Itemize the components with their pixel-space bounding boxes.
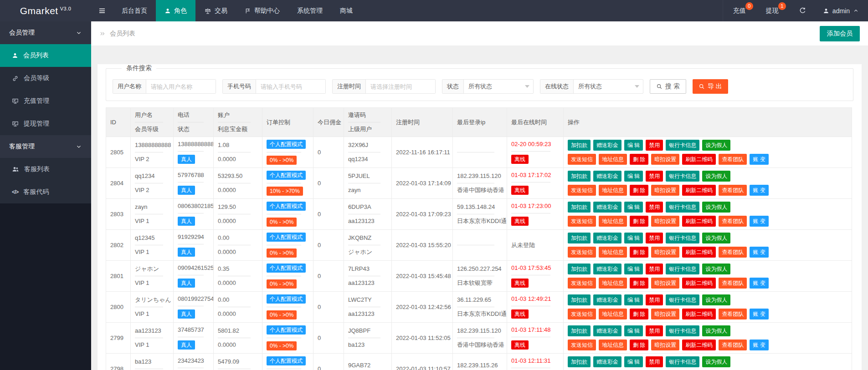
op-button-账变[interactable]: 账 变 [750,278,768,289]
op-button-暗扣设置[interactable]: 暗扣设置 [651,340,679,350]
op-button-禁用[interactable]: 禁用 [646,356,663,367]
op-button-禁用[interactable]: 禁用 [646,140,663,151]
op-button-刷新二维码[interactable]: 刷新二维码 [682,247,716,258]
op-button-账变[interactable]: 账 变 [750,216,768,227]
op-button-刷新二维码[interactable]: 刷新二维码 [682,154,716,165]
nav-item-2[interactable]: 角色 [156,0,195,21]
op-button-编辑[interactable]: 编 辑 [624,140,643,151]
op-button-地址信息[interactable]: 地址信息 [599,278,627,289]
op-button-发送短信[interactable]: 发送短信 [568,247,596,258]
nav-item-1[interactable]: 后台首页 [113,0,156,21]
filter-select-5[interactable]: 所有状态 [574,80,643,93]
op-button-发送短信[interactable]: 发送短信 [568,309,596,319]
op-button-禁用[interactable]: 禁用 [646,325,663,336]
op-button-地址信息[interactable]: 地址信息 [599,340,627,350]
op-button-刷新二维码[interactable]: 刷新二维码 [682,309,716,319]
op-button-设为假人[interactable]: 设为假人 [702,264,730,274]
op-button-加扣款[interactable]: 加扣款 [568,264,591,274]
op-button-删除[interactable]: 删 除 [630,216,648,227]
export-button[interactable]: 导 出 [693,79,728,94]
op-button-删除[interactable]: 删 除 [630,247,648,258]
sidebar-item-1-1[interactable]: 会员列表 [0,44,91,67]
op-button-暗扣设置[interactable]: 暗扣设置 [651,185,679,196]
op-button-地址信息[interactable]: 地址信息 [599,216,627,227]
sidebar-item-1-4[interactable]: 提现管理 [0,112,91,135]
op-button-账变[interactable]: 账 变 [750,185,768,196]
op-button-编辑[interactable]: 编 辑 [624,356,643,367]
op-button-加扣款[interactable]: 加扣款 [568,233,591,243]
op-button-账变[interactable]: 账 变 [750,247,768,258]
op-button-加扣款[interactable]: 加扣款 [568,325,591,336]
user-menu[interactable]: admin [817,0,868,21]
op-button-禁用[interactable]: 禁用 [646,294,663,305]
nav-item-3[interactable]: 交易 [195,0,236,21]
filter-input-2[interactable] [256,80,325,93]
sidebar-item-2-2[interactable]: </>客服代码 [0,181,91,203]
sidebar-item-1-2[interactable]: 会员等级 [0,67,91,90]
search-button[interactable]: 搜 索 [650,79,686,94]
op-button-查看团队[interactable]: 查看团队 [719,154,747,165]
op-button-银行卡信息[interactable]: 银行卡信息 [666,171,699,182]
recharge-nav-item[interactable]: 充值 0 [723,0,756,21]
op-button-暗扣设置[interactable]: 暗扣设置 [651,309,679,319]
op-button-发送短信[interactable]: 发送短信 [568,185,596,196]
op-button-加扣款[interactable]: 加扣款 [568,171,591,182]
refresh-button[interactable] [789,0,817,21]
op-button-发送短信[interactable]: 发送短信 [568,154,596,165]
op-button-赠送彩金[interactable]: 赠送彩金 [593,202,621,213]
op-button-暗扣设置[interactable]: 暗扣设置 [651,154,679,165]
op-button-查看团队[interactable]: 查看团队 [719,278,747,289]
op-button-发送短信[interactable]: 发送短信 [568,340,596,350]
op-button-刷新二维码[interactable]: 刷新二维码 [682,216,716,227]
op-button-编辑[interactable]: 编 辑 [624,171,643,182]
op-button-编辑[interactable]: 编 辑 [624,294,643,305]
op-button-禁用[interactable]: 禁用 [646,171,663,182]
op-button-设为假人[interactable]: 设为假人 [702,171,730,182]
op-button-地址信息[interactable]: 地址信息 [599,247,627,258]
op-button-编辑[interactable]: 编 辑 [624,233,643,243]
op-button-删除[interactable]: 删 除 [630,154,648,165]
op-button-编辑[interactable]: 编 辑 [624,202,643,213]
filter-input-1[interactable] [146,80,216,93]
op-button-账变[interactable]: 账 变 [750,154,768,165]
op-button-赠送彩金[interactable]: 赠送彩金 [593,325,621,336]
op-button-账变[interactable]: 账 变 [750,309,768,319]
op-button-删除[interactable]: 删 除 [630,185,648,196]
op-button-禁用[interactable]: 禁用 [646,264,663,274]
op-button-刷新二维码[interactable]: 刷新二维码 [682,278,716,289]
op-button-刷新二维码[interactable]: 刷新二维码 [682,185,716,196]
op-button-设为假人[interactable]: 设为假人 [702,294,730,305]
op-button-银行卡信息[interactable]: 银行卡信息 [666,233,699,243]
op-button-银行卡信息[interactable]: 银行卡信息 [666,325,699,336]
op-button-查看团队[interactable]: 查看团队 [719,309,747,319]
nav-item-5[interactable]: 系统管理 [288,0,331,21]
withdraw-nav-item[interactable]: 提现 1 [756,0,789,21]
op-button-赠送彩金[interactable]: 赠送彩金 [593,356,621,367]
op-button-银行卡信息[interactable]: 银行卡信息 [666,264,699,274]
op-button-刷新二维码[interactable]: 刷新二维码 [682,340,716,350]
op-button-设为假人[interactable]: 设为假人 [702,233,730,243]
op-button-赠送彩金[interactable]: 赠送彩金 [593,171,621,182]
filter-input-3[interactable] [366,80,435,93]
op-button-银行卡信息[interactable]: 银行卡信息 [666,140,699,151]
op-button-编辑[interactable]: 编 辑 [624,325,643,336]
op-button-禁用[interactable]: 禁用 [646,233,663,243]
op-button-设为假人[interactable]: 设为假人 [702,140,730,151]
op-button-删除[interactable]: 删 除 [630,278,648,289]
op-button-银行卡信息[interactable]: 银行卡信息 [666,356,699,367]
op-button-账变[interactable]: 账 变 [750,340,768,350]
op-button-暗扣设置[interactable]: 暗扣设置 [651,247,679,258]
op-button-地址信息[interactable]: 地址信息 [599,154,627,165]
op-button-查看团队[interactable]: 查看团队 [719,247,747,258]
op-button-地址信息[interactable]: 地址信息 [599,309,627,319]
op-button-设为假人[interactable]: 设为假人 [702,202,730,213]
op-button-赠送彩金[interactable]: 赠送彩金 [593,233,621,243]
op-button-加扣款[interactable]: 加扣款 [568,202,591,213]
op-button-查看团队[interactable]: 查看团队 [719,216,747,227]
nav-item-4[interactable]: 帮助中心 [236,0,288,21]
op-button-设为假人[interactable]: 设为假人 [702,325,730,336]
op-button-删除[interactable]: 删 除 [630,340,648,350]
nav-item-6[interactable]: 商城 [331,0,361,21]
op-button-发送短信[interactable]: 发送短信 [568,216,596,227]
sidebar-group-1[interactable]: 会员管理 [0,21,91,44]
